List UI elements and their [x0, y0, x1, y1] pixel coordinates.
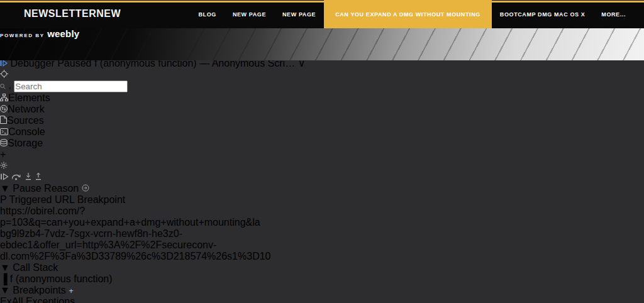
- storage-icon: [0, 139, 8, 146]
- element-picker-button[interactable]: [0, 69, 644, 80]
- powered-by-weebly-button[interactable]: POWERED BY weebly: [0, 28, 644, 40]
- disclosure-triangle-icon[interactable]: ▼: [0, 285, 10, 295]
- function-badge: f: [10, 273, 13, 284]
- triggered-breakpoint-row[interactable]: P Triggered URL Breakpoint: [0, 194, 644, 206]
- add-breakpoint-icon[interactable]: +: [69, 286, 74, 295]
- tab-console[interactable]: Console: [0, 126, 644, 138]
- reveal-breakpoint-icon[interactable]: [82, 183, 89, 194]
- step-over-icon[interactable]: [11, 173, 21, 180]
- search-input[interactable]: [14, 80, 128, 92]
- site-nav: BLOGNEW PAGENEW PAGECAN YOU EXPAND A DMG…: [190, 0, 634, 28]
- weebly-brand-label: weebly: [47, 28, 79, 39]
- breakpoints-list: ExAll ExceptionsExUncaught ExceptionsAAs…: [0, 296, 644, 303]
- elements-icon: [0, 94, 8, 101]
- gear-icon: [0, 162, 8, 169]
- debugger-controls: [0, 172, 644, 183]
- nav-link[interactable]: CAN YOU EXPAND A DMG WITHOUT MOUNTING: [324, 0, 492, 28]
- nav-link[interactable]: BOOTCAMP DMG MAC OS X: [492, 0, 593, 28]
- breakpoint-url-line: bg9l9zb4-7vdz-7sgx-vcrn-hewf8n-he3z0-: [0, 228, 644, 240]
- disclosure-triangle-icon[interactable]: ▼: [0, 262, 10, 273]
- breakpoints-title: Breakpoints: [13, 285, 66, 295]
- tab-sources[interactable]: Sources: [0, 115, 644, 126]
- pause-reason-title: Pause Reason: [13, 183, 79, 194]
- nav-link[interactable]: NEW PAGE: [225, 0, 274, 28]
- tab-label: Sources: [7, 115, 44, 126]
- tab-storage[interactable]: Storage: [0, 138, 644, 149]
- breakpoints-header[interactable]: ▼ Breakpoints +: [0, 285, 644, 296]
- search-scope-chevron-icon[interactable]: ∨: [8, 86, 11, 90]
- breakpoint-url: https://obirel.com/?p=103&q=can+you+expa…: [0, 206, 644, 262]
- breakpoint-url-line: ebdec1&offer_url=http%3A%2F%2Fsecureconv…: [0, 240, 644, 251]
- devtools-tabstrip: ElementsNetworkSourcesConsoleStorage+: [0, 92, 644, 172]
- site-navbar: NEWSLETTERNEW BLOGNEW PAGENEW PAGECAN YO…: [0, 0, 644, 28]
- console-icon: [0, 128, 8, 135]
- continue-icon[interactable]: [0, 173, 9, 180]
- call-stack-header[interactable]: ▼ Call Stack: [0, 262, 644, 273]
- call-stack-title: Call Stack: [13, 262, 58, 273]
- hero-image: POWERED BY weebly: [0, 28, 644, 60]
- breakpoint-label: All Exceptions: [12, 296, 75, 303]
- devtools-main: ▼ Pause Reason P Triggered URL Breakpoin…: [0, 172, 644, 303]
- breakpoint-row[interactable]: ExAll Exceptions: [0, 296, 644, 303]
- webpage-preview: NEWSLETTERNEW BLOGNEW PAGENEW PAGECAN YO…: [0, 0, 644, 60]
- call-stack-frame[interactable]: ▐ f (anonymous function): [0, 273, 644, 285]
- add-tab-button[interactable]: +: [0, 149, 644, 160]
- tab-network[interactable]: Network: [0, 104, 644, 115]
- tab-label: Elements: [8, 92, 50, 103]
- step-into-icon[interactable]: [25, 172, 32, 180]
- frame-label: (anonymous function): [16, 273, 113, 284]
- search-icon: [0, 84, 6, 89]
- nav-link[interactable]: BLOG: [190, 0, 224, 28]
- pause-badge: P: [0, 194, 6, 205]
- nav-link[interactable]: NEW PAGE: [274, 0, 324, 28]
- safari-devtools-window: NEWSLETTERNEW BLOGNEW PAGENEW PAGECAN YO…: [0, 0, 644, 303]
- tab-label: Storage: [8, 138, 43, 148]
- network-icon: [0, 105, 8, 113]
- pause-reason-header[interactable]: ▼ Pause Reason: [0, 183, 644, 194]
- debugger-sidebar: ▼ Pause Reason P Triggered URL Breakpoin…: [0, 172, 644, 303]
- crosshair-icon: [0, 70, 8, 78]
- sources-icon: [0, 116, 7, 124]
- tab-elements[interactable]: Elements: [0, 92, 644, 104]
- powered-by-label: POWERED BY: [0, 33, 45, 38]
- step-out-icon[interactable]: [35, 172, 42, 180]
- ex-badge: Ex: [0, 296, 12, 303]
- breakpoint-url-line: p=103&q=can+you+expand+a+dmg+without+mou…: [0, 217, 644, 228]
- breakpoint-url-line: https://obirel.com/?: [0, 206, 644, 217]
- disclosure-triangle-icon[interactable]: ▼: [0, 183, 10, 194]
- search-field[interactable]: ∨: [0, 80, 644, 92]
- tab-label: Console: [8, 126, 45, 137]
- breakpoint-url-line: dl.com%2F%3Fa%3D33789%26c%3D218574%26s1%…: [0, 251, 644, 262]
- settings-button[interactable]: [0, 160, 644, 172]
- current-frame-indicator-icon: ▐: [0, 273, 7, 284]
- tab-label: Network: [8, 104, 45, 114]
- debugger-paused-icon: [0, 60, 8, 67]
- triggered-breakpoint-label: Triggered URL Breakpoint: [9, 194, 126, 205]
- site-logo[interactable]: NEWSLETTERNEW: [24, 8, 121, 19]
- nav-link[interactable]: MORE...: [593, 0, 634, 28]
